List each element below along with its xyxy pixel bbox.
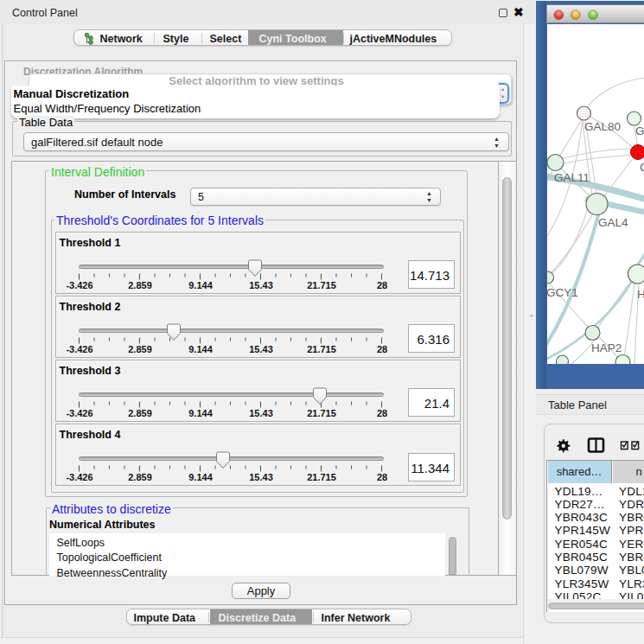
svg-text:HAP2: HAP2 <box>591 341 622 354</box>
svg-text:GAL80: GAL80 <box>584 120 621 133</box>
svg-text:C: C <box>640 161 644 174</box>
svg-text:GAL11: GAL11 <box>554 171 590 184</box>
svg-text:H: H <box>637 288 644 301</box>
svg-text:GCY1: GCY1 <box>547 286 578 299</box>
svg-text:GAL4: GAL4 <box>598 216 628 229</box>
svg-text:GA: GA <box>635 124 644 137</box>
